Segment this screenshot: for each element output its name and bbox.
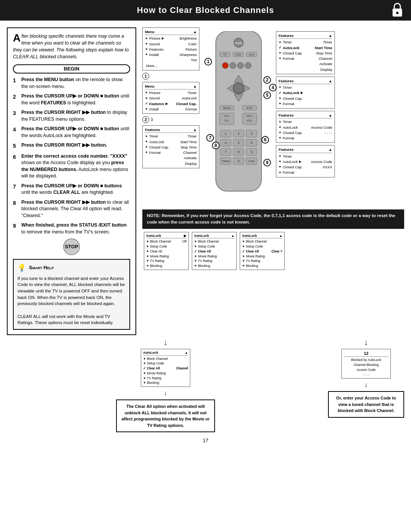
screen-clearall-highlight: AutoLock▲ ✦Block Channel ✦Setup Code ✓Cl…	[192, 232, 237, 270]
remote-svg: PWR TV VCR AUX	[208, 31, 269, 199]
caption-cleared: The Clear All option when activated will…	[116, 399, 215, 432]
screen-blocked: 12 Blocked by AutoLock Channel Blocking …	[341, 349, 391, 379]
svg-text:9: 9	[250, 150, 252, 154]
caption-blocked: Or, enter your Access Code to view a tun…	[328, 391, 404, 418]
step-8: 8 Press the CURSOR RIGHT ▶▶ button to cl…	[13, 199, 130, 219]
step-circle-7: 7	[206, 134, 214, 142]
svg-rect-1	[396, 12, 398, 14]
left-column: A fter blocking specific channels there …	[7, 27, 136, 335]
svg-text:TIMER: TIMER	[221, 160, 230, 163]
arrow-down-4: ↓	[365, 381, 368, 389]
screen-xxxx: Features▲ ✦Timer ✦AutoLock▶Access Code ✦…	[276, 145, 335, 177]
step-5: 5 Press the CURSOR RIGHT ▶▶ button.	[13, 142, 130, 150]
remote-with-steps: PWR TV VCR AUX	[204, 31, 273, 206]
svg-text:PWR: PWR	[235, 42, 242, 45]
svg-text:7: 7	[225, 150, 226, 154]
screen-features: Features▲ ✦TimerTimer ✦AutoLockStart Tim…	[142, 125, 199, 168]
smart-help-title: Smart Help	[29, 264, 54, 272]
svg-text:VOL+: VOL+	[246, 115, 253, 117]
screen-menu-main: Menu ▲ ✦Picture▶Brightness ✦SoundColor ✦…	[142, 27, 199, 70]
svg-text:STAT: STAT	[249, 160, 255, 163]
note-box: NOTE: Remember, if you ever forget your …	[142, 209, 404, 229]
step-7: 7 Press the CURSOR UP▶ or DOWN ■ buttons…	[13, 183, 130, 196]
screen-cleared: AutoLock▲ ✦Block Channel ✦Setup Code ✓Cl…	[141, 349, 190, 387]
svg-text:CH-: CH-	[225, 119, 229, 122]
step-circle-9: 9	[263, 159, 271, 166]
step-9: 9 When finished, press the STATUS /EXIT …	[13, 222, 130, 235]
autolock-screen-group: AutoLock▶ ✦Block ChannelOff ✦Setup Code …	[144, 232, 189, 270]
arrow-down-1: ↓	[164, 338, 168, 347]
svg-text:CH+: CH+	[224, 115, 229, 117]
stop-badge: STOP	[13, 238, 130, 255]
step-2: 2 Press the CURSOR UP▶ or DOWN ■ button …	[13, 93, 130, 106]
svg-text:VCR: VCR	[236, 53, 241, 56]
lock-icon	[391, 3, 403, 18]
step1-label: 1	[142, 73, 201, 80]
clearall-screen-group: AutoLock▲ ✦Block Channel ✦Setup Code ✓Cl…	[192, 232, 237, 270]
screen-features-autolock: Features▲ ✦TimerTimer ✓AutoLockStart Tim…	[276, 31, 335, 74]
svg-point-13	[237, 62, 244, 69]
blocked-group: ↓ 12 Blocked by AutoLock Channel Blockin…	[328, 338, 404, 418]
bottom-area: ↓ AutoLock▲ ✦Block Channel ✦Setup Code ✓…	[0, 335, 411, 432]
step-circle-6: 6	[261, 136, 269, 144]
steps-list: 1 Press the MENU button on the remote to…	[13, 77, 130, 235]
screen-autolock-menu: AutoLock▶ ✦Block ChannelOff ✦Setup Code …	[144, 232, 189, 270]
page-number: 17	[0, 432, 411, 446]
step-6: 6 Enter the correct access code number. …	[13, 153, 130, 180]
right-column: Menu ▲ ✦Picture▶Brightness ✦SoundColor ✦…	[142, 27, 404, 335]
svg-text:2: 2	[237, 132, 239, 136]
step-circle-5: 5	[263, 91, 271, 99]
smart-help-text: If you tune to a blocked channel and ent…	[18, 275, 126, 326]
screen-menu-features: Menu▲ ✦PictureTimer ✦SoundAutoLock ✓Feat…	[142, 82, 199, 114]
intro-text: A fter blocking specific channels there …	[13, 33, 130, 61]
step-circle-1: 1	[204, 58, 212, 66]
screen-access-code: Features▲ ✦Timer ✦AutoLockAccess Code ✦C…	[276, 111, 335, 143]
left-screens-stack: Menu ▲ ✦Picture▶Brightness ✦SoundColor ✦…	[142, 27, 201, 168]
step-circle-2: 2	[263, 76, 271, 84]
svg-text:MENU: MENU	[223, 107, 231, 109]
step-circle-8: 8	[212, 142, 220, 149]
svg-text:AUX: AUX	[249, 53, 255, 56]
step-4: 4 Press the CURSOR UP▶ or DOWN ■ button …	[13, 126, 130, 139]
step-3: 3 Press the CURSOR RIGHT ▶▶ button to di…	[13, 109, 130, 123]
svg-text:3: 3	[250, 132, 252, 136]
step-circle-3: 4	[269, 84, 277, 91]
page-title: How to Clear Blocked Channels	[137, 5, 274, 15]
screen-features-autolock-arrow: Features▲ ✦Timer ✓AutoLock▶ ✦Closed Cap.…	[276, 77, 335, 109]
right-screens-stack: Features▲ ✦TimerTimer ✓AutoLockStart Tim…	[276, 31, 337, 177]
main-content: A fter blocking specific channels there …	[0, 21, 411, 335]
intro-body: fter blocking specific channels there ma…	[13, 34, 129, 59]
svg-text:4: 4	[225, 141, 226, 145]
svg-text:TV: TV	[223, 53, 227, 56]
screen-clear-confirm: AutoLock▲ ✦Block Channel ✦Setup Code ✓Cl…	[240, 232, 285, 270]
svg-text:0: 0	[237, 159, 239, 163]
svg-point-14	[245, 62, 251, 69]
svg-point-11	[222, 62, 228, 69]
smart-help-box: 💡 Smart Help If you tune to a blocked ch…	[13, 259, 130, 329]
svg-text:VOL-: VOL-	[247, 119, 253, 122]
cleared-group: ↓ AutoLock▲ ✦Block Channel ✦Setup Code ✓…	[7, 338, 324, 432]
svg-text:EXIT: EXIT	[247, 107, 253, 109]
drop-cap: A	[13, 33, 21, 43]
arrow-down-2: ↓	[164, 389, 167, 397]
svg-text:8: 8	[237, 150, 239, 154]
clear-confirm-screen-group: AutoLock▲ ✦Block Channel ✦Setup Code ✓Cl…	[240, 232, 285, 270]
svg-text:5: 5	[237, 141, 239, 145]
begin-badge: BEGIN	[13, 64, 130, 74]
svg-point-12	[230, 62, 236, 69]
bottom-screens-area: AutoLock▶ ✦Block ChannelOff ✦Setup Code …	[142, 232, 404, 270]
page-header: How to Clear Blocked Channels	[0, 0, 411, 21]
arrow-down-3: ↓	[364, 338, 368, 347]
svg-point-19	[233, 83, 244, 94]
svg-text:6: 6	[250, 141, 252, 145]
remote-diagram: PWR TV VCR AUX	[204, 31, 273, 206]
step-1: 1 Press the MENU button on the remote to…	[13, 77, 130, 90]
bulb-icon: 💡	[18, 263, 26, 273]
svg-text:1: 1	[225, 132, 226, 136]
